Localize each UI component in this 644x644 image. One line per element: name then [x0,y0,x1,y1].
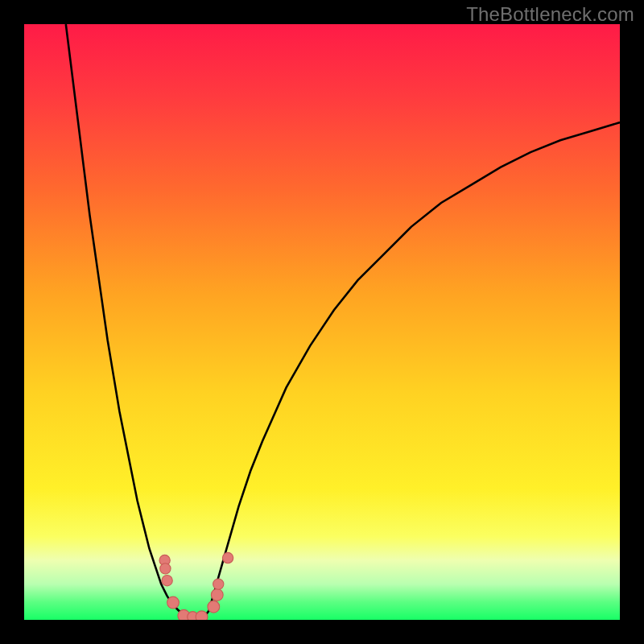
curve-layer [24,24,620,620]
data-marker [211,589,223,601]
left-branch-curve [66,24,191,619]
data-marker [196,611,208,620]
data-marker [160,564,171,574]
data-marker [162,576,172,586]
data-marker [213,579,224,589]
data-marker [208,601,220,613]
plot-area [24,24,620,620]
data-marker [167,597,180,609]
attribution-text: TheBottleneck.com [466,3,634,26]
data-marker [222,552,233,563]
right-branch-curve [203,122,620,618]
outer-frame: TheBottleneck.com [0,0,644,644]
